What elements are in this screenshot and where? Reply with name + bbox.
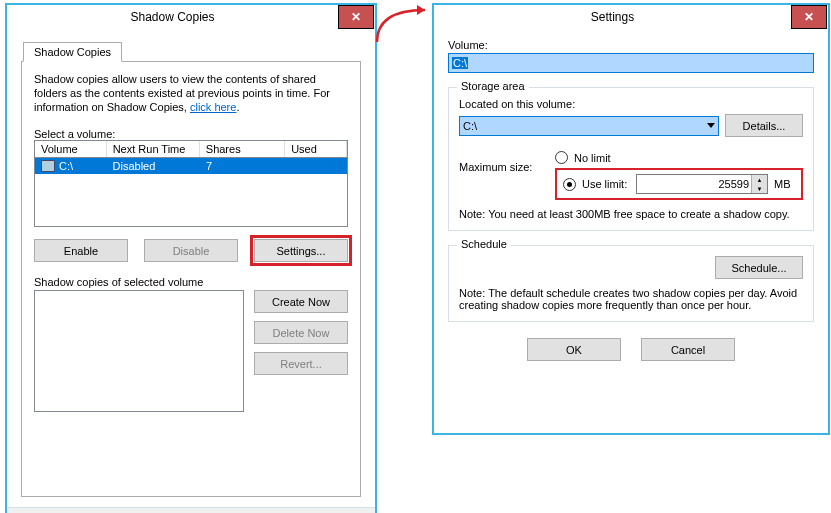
chevron-down-icon (707, 123, 715, 128)
volume-table[interactable]: C:\ Disabled 7 (34, 158, 348, 227)
no-limit-radio[interactable] (555, 151, 568, 164)
dialog-title: Settings (434, 10, 791, 24)
shadow-copies-dialog: Shadow Copies ✕ Shadow Copies Shadow cop… (5, 3, 377, 513)
volume-field: C:\ (448, 53, 814, 73)
titlebar: Settings ✕ (434, 5, 828, 29)
max-size-label: Maximum size: (459, 147, 539, 173)
located-dropdown[interactable]: C:\ (459, 116, 719, 136)
details-button[interactable]: Details... (725, 114, 803, 137)
schedule-button[interactable]: Schedule... (715, 256, 803, 279)
drive-icon (41, 160, 55, 172)
volume-table-header: Volume Next Run Time Shares Used (34, 140, 348, 158)
settings-button[interactable]: Settings... (254, 239, 348, 262)
storage-area-group: Storage area Located on this volume: C:\… (448, 87, 814, 231)
use-limit-radio[interactable] (563, 178, 576, 191)
volume-label: Volume: (448, 39, 814, 51)
storage-note: Note: You need at least 300MB free space… (459, 208, 803, 220)
delete-now-button: Delete Now (254, 321, 348, 344)
click-here-link[interactable]: click here (190, 101, 236, 113)
cancel-button[interactable]: Cancel (641, 338, 735, 361)
table-row[interactable]: C:\ Disabled 7 (35, 158, 347, 174)
arrow-icon (375, 4, 435, 44)
description-text: Shadow copies allow users to view the co… (34, 72, 348, 114)
settings-dialog: Settings ✕ Volume: C:\ Storage area Loca… (432, 3, 830, 435)
copies-list[interactable] (34, 290, 244, 412)
schedule-group: Schedule Schedule... Note: The default s… (448, 245, 814, 322)
spin-up-icon[interactable]: ▲ (752, 175, 767, 184)
schedule-note: Note: The default schedule creates two s… (459, 287, 803, 311)
create-now-button[interactable]: Create Now (254, 290, 348, 313)
close-icon[interactable]: ✕ (791, 5, 827, 29)
located-label: Located on this volume: (459, 98, 803, 110)
limit-input[interactable]: ▲▼ (636, 174, 768, 194)
disable-button: Disable (144, 239, 238, 262)
select-volume-label: Select a volume: (34, 128, 348, 140)
dialog-title: Shadow Copies (7, 10, 338, 24)
ok-button[interactable]: OK (527, 338, 621, 361)
tab-shadow-copies[interactable]: Shadow Copies (23, 42, 122, 62)
revert-button: Revert... (254, 352, 348, 375)
copies-label: Shadow copies of selected volume (34, 276, 348, 288)
titlebar: Shadow Copies ✕ (7, 5, 375, 29)
spin-down-icon[interactable]: ▼ (752, 184, 767, 193)
enable-button[interactable]: Enable (34, 239, 128, 262)
close-icon[interactable]: ✕ (338, 5, 374, 29)
